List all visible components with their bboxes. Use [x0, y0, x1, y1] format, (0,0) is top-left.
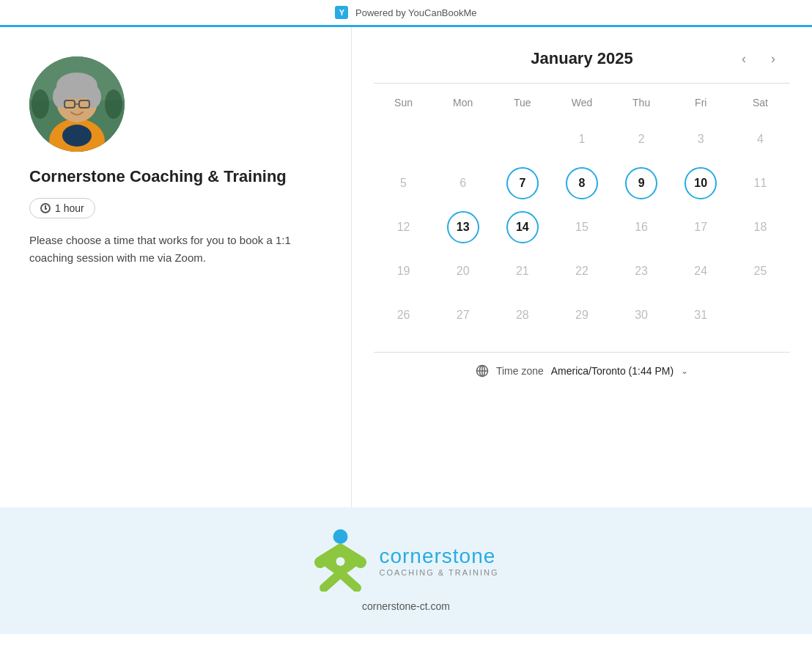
avatar-image [29, 56, 125, 152]
day-num-30: 30 [625, 299, 657, 331]
next-month-button[interactable]: › [764, 48, 783, 70]
day-circle-9[interactable]: 9 [625, 167, 657, 199]
available-day-13[interactable]: 13 [433, 205, 492, 249]
calendar-header: January 2025 ‹ › [374, 49, 790, 68]
unavailable-day-31: 31 [671, 293, 731, 337]
available-day-14[interactable]: 14 [492, 205, 552, 249]
day-num-2: 2 [625, 123, 657, 155]
calendar-title: January 2025 [531, 49, 632, 68]
unavailable-day-21: 21 [492, 249, 552, 293]
day-circle-13[interactable]: 13 [447, 211, 479, 243]
day-num-24: 24 [684, 255, 717, 287]
day-num-4: 4 [744, 123, 776, 155]
avatar [29, 56, 125, 152]
unavailable-day-3: 3 [671, 117, 731, 161]
weekday-fri: Fri [671, 91, 731, 117]
day-num-29: 29 [566, 299, 598, 331]
unavailable-day-17: 17 [671, 205, 731, 249]
available-day-9[interactable]: 9 [612, 161, 671, 205]
ycbm-icon [335, 6, 348, 19]
day-num-22: 22 [566, 255, 598, 287]
weekday-mon: Mon [433, 91, 492, 117]
day-num-23: 23 [625, 255, 657, 287]
svg-point-3 [62, 125, 92, 147]
calendar-week-4: 262728293031 [374, 293, 790, 337]
timezone-bar[interactable]: Time zone America/Toronto (1:44 PM) ⌄ [374, 352, 790, 378]
cornerstone-logo-icon [313, 529, 368, 592]
day-circle-8[interactable]: 8 [566, 167, 598, 199]
day-num-3: 3 [684, 123, 717, 155]
duration-label: 1 hour [55, 202, 84, 214]
svg-point-12 [105, 89, 122, 119]
footer-url: cornerstone-ct.com [15, 600, 797, 612]
day-num-1: 1 [566, 123, 598, 155]
calendar-week-0: 1234 [374, 117, 790, 161]
day-num-21: 21 [506, 255, 539, 287]
unavailable-day-18: 18 [731, 205, 790, 249]
day-num-18: 18 [744, 211, 776, 243]
calendar-divider [374, 83, 790, 84]
empty-day [731, 293, 790, 337]
unavailable-day-27: 27 [433, 293, 492, 337]
prev-month-button[interactable]: ‹ [734, 48, 753, 70]
empty-day [374, 117, 433, 161]
weekday-sat: Sat [731, 91, 790, 117]
unavailable-day-26: 26 [374, 293, 433, 337]
unavailable-day-29: 29 [552, 293, 611, 337]
day-num-6: 6 [447, 167, 479, 199]
available-day-10[interactable]: 10 [671, 161, 731, 205]
topbar: Powered by YouCanBookMe [0, 0, 812, 27]
available-day-7[interactable]: 7 [492, 161, 552, 205]
unavailable-day-6: 6 [433, 161, 492, 205]
day-num-31: 31 [684, 299, 717, 331]
svg-point-11 [32, 89, 49, 119]
unavailable-day-20: 20 [433, 249, 492, 293]
unavailable-day-25: 25 [731, 249, 790, 293]
unavailable-day-30: 30 [612, 293, 671, 337]
day-num-26: 26 [388, 299, 420, 331]
powered-by-text: Powered by YouCanBookMe [355, 7, 477, 18]
unavailable-day-28: 28 [492, 293, 552, 337]
description: Please choose a time that works for you … [29, 232, 322, 267]
unavailable-day-19: 19 [374, 249, 433, 293]
calendar-week-3: 19202122232425 [374, 249, 790, 293]
weekday-thu: Thu [612, 91, 671, 117]
day-circle-7[interactable]: 7 [506, 167, 539, 199]
calendar-body: 1234567891011121314151617181920212223242… [374, 117, 790, 337]
unavailable-day-2: 2 [612, 117, 671, 161]
clock-icon [40, 203, 51, 213]
logo-text-wrap: cornerstone COACHING & TRAINING [379, 545, 498, 577]
day-circle-10[interactable]: 10 [684, 167, 717, 199]
empty-day [492, 117, 552, 161]
day-circle-14[interactable]: 14 [506, 211, 539, 243]
svg-point-17 [333, 529, 348, 544]
footer-logo: cornerstone COACHING & TRAINING [15, 529, 797, 592]
calendar-week-1: 567891011 [374, 161, 790, 205]
chevron-down-icon: ⌄ [681, 366, 688, 376]
day-num-11: 11 [744, 167, 776, 199]
day-num-17: 17 [684, 211, 717, 243]
logo-sub: COACHING & TRAINING [379, 568, 498, 577]
available-day-8[interactable]: 8 [552, 161, 611, 205]
day-num-5: 5 [388, 167, 420, 199]
unavailable-day-11: 11 [731, 161, 790, 205]
calendar-week-2: 12131415161718 [374, 205, 790, 249]
svg-point-18 [336, 557, 345, 566]
unavailable-day-1: 1 [552, 117, 611, 161]
globe-icon [476, 364, 489, 378]
calendar-weekdays: Sun Mon Tue Wed Thu Fri Sat [374, 91, 790, 117]
day-num-12: 12 [388, 211, 420, 243]
main-container: Cornerstone Coaching & Training 1 hour P… [0, 27, 812, 507]
unavailable-day-5: 5 [374, 161, 433, 205]
weekday-wed: Wed [552, 91, 611, 117]
unavailable-day-23: 23 [612, 249, 671, 293]
day-num-28: 28 [506, 299, 539, 331]
avatar-svg [29, 56, 125, 152]
unavailable-day-24: 24 [671, 249, 731, 293]
timezone-value: America/Toronto (1:44 PM) [551, 365, 673, 377]
footer: cornerstone COACHING & TRAINING cornerst… [0, 507, 812, 634]
org-name: Cornerstone Coaching & Training [29, 166, 322, 188]
weekday-row: Sun Mon Tue Wed Thu Fri Sat [374, 91, 790, 117]
day-num-16: 16 [625, 211, 657, 243]
unavailable-day-16: 16 [612, 205, 671, 249]
